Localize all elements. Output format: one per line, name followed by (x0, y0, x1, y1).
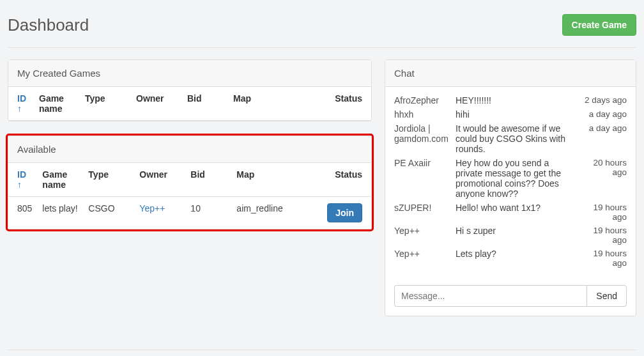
chat-time: a day ago (579, 109, 627, 119)
chat-message: Yep++Lets play?19 hours ago (394, 247, 627, 270)
chat-user: sZUPER! (394, 203, 450, 213)
chat-user: Yep++ (394, 249, 450, 259)
chat-text: It would be awesome if we could buy CSGO… (456, 123, 574, 154)
col-id-sort[interactable]: ID ↑ (17, 93, 26, 114)
chat-message: AfroZepherHEY!!!!!!!2 days ago (394, 93, 627, 107)
page-title: Dashboard (8, 15, 89, 35)
chat-time: 2 days ago (579, 95, 627, 105)
cell-owner: Yep++ (134, 197, 185, 229)
chat-time: 19 hours ago (579, 249, 627, 268)
panel-heading-available: Available (8, 136, 371, 163)
col-id-sort-avail[interactable]: ID ↑ (17, 169, 26, 190)
chat-text: Lets play? (456, 249, 574, 259)
chat-message: hhxhhihia day ago (394, 107, 627, 121)
create-game-button[interactable]: Create Game (562, 14, 636, 36)
chat-time: 20 hours ago (579, 158, 627, 177)
page-header: Dashboard Create Game (8, 6, 636, 48)
col-bid-avail: Bid (185, 163, 231, 197)
chat-text: Hello! who want 1x1? (456, 203, 574, 213)
panel-heading-chat: Chat (385, 60, 636, 87)
cell-id: 805 (8, 197, 37, 229)
chat-user: AfroZepher (394, 95, 450, 105)
cell-bid: 10 (185, 197, 231, 229)
cell-type: CSGO (83, 197, 134, 229)
col-type-avail: Type (83, 163, 134, 197)
chat-text: Hi s zuper (456, 226, 574, 236)
col-status-avail: Status (321, 163, 371, 197)
chat-message: Jordiola | gamdom.comIt would be awesome… (394, 121, 627, 156)
table-row: 805lets play!CSGOYep++10aim_redlineJoin (8, 197, 371, 229)
panel-heading-my-games: My Created Games (8, 60, 371, 87)
col-game-name-avail: Game name (37, 163, 83, 197)
cell-status: Join (321, 197, 371, 229)
chat-user: PE Axaiir (394, 158, 450, 168)
chat-scroll-area[interactable]: AfroZepherHEY!!!!!!!2 days agohhxhhihia … (385, 87, 636, 279)
col-owner-avail: Owner (134, 163, 185, 197)
col-owner: Owner (131, 87, 182, 121)
chat-time: 19 hours ago (579, 203, 627, 222)
chat-text: Hey how do you send a private message to… (456, 158, 574, 199)
chat-message: Yep++Hi s zuper19 hours ago (394, 224, 627, 247)
col-game-name: Game name (34, 87, 80, 121)
col-bid: Bid (182, 87, 228, 121)
my-created-games-panel: My Created Games ID ↑ Game name Type Own… (8, 59, 372, 121)
col-type: Type (80, 87, 131, 121)
chat-message: sZUPER!Hello! who want 1x1?19 hours ago (394, 201, 627, 224)
chat-user: Yep++ (394, 226, 450, 236)
join-button[interactable]: Join (327, 203, 362, 222)
footer-divider (8, 350, 636, 350)
col-map: Map (228, 87, 318, 121)
chat-text: HEY!!!!!!! (456, 95, 574, 105)
chat-send-button[interactable]: Send (586, 285, 627, 307)
chat-time: 19 hours ago (579, 226, 627, 245)
cell-game-name: lets play! (37, 197, 83, 229)
chat-message-input[interactable] (394, 285, 586, 307)
chat-text: hihi (456, 109, 574, 120)
my-games-table: ID ↑ Game name Type Owner Bid Map Status (8, 87, 371, 121)
col-status: Status (318, 87, 371, 121)
available-games-panel: Available ID ↑ Game name Type Owner Bid … (8, 135, 372, 229)
cell-map: aim_redline (231, 197, 321, 229)
chat-message: PE AxaiirHey how do you send a private m… (394, 156, 627, 201)
chat-panel: Chat AfroZepherHEY!!!!!!!2 days agohhxhh… (385, 59, 636, 316)
chat-user: Jordiola | gamdom.com (394, 123, 450, 144)
chat-user: hhxh (394, 109, 450, 120)
available-games-table: ID ↑ Game name Type Owner Bid Map Status… (8, 163, 371, 229)
chat-time: a day ago (579, 123, 627, 133)
col-map-avail: Map (231, 163, 321, 197)
owner-link[interactable]: Yep++ (139, 203, 165, 213)
